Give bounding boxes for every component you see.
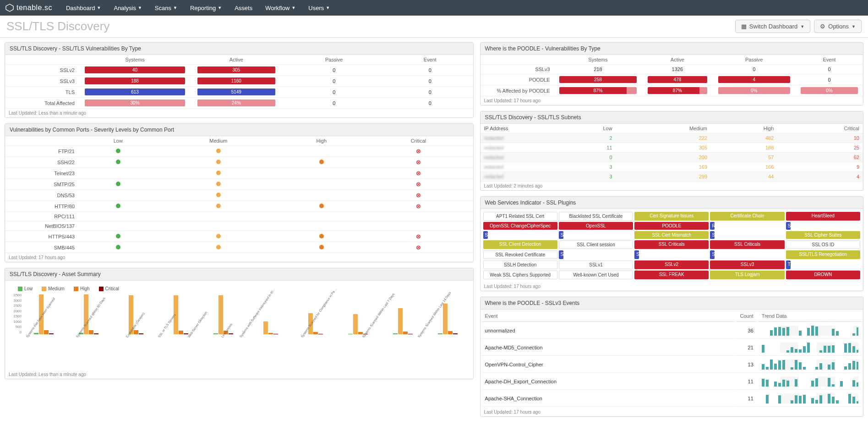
plugin-chip[interactable]: SSL Certificate Expiry: [710, 231, 715, 239]
severity-dot: [216, 182, 221, 186]
col-header: Medium: [616, 124, 711, 133]
plugin-chip[interactable]: SSL Criticals: [710, 240, 784, 249]
cell-value: 0: [387, 76, 473, 87]
trend-sparkline: [762, 360, 858, 370]
plugin-chip[interactable]: SSL Server Request: [559, 250, 563, 259]
bar-value[interactable]: 0%: [801, 87, 857, 94]
last-updated: Last Updated: 2 minutes ago: [480, 182, 863, 190]
switch-dashboard-button[interactable]: ▦ Switch Dashboard ▼: [735, 20, 810, 33]
plugin-chip[interactable]: SSL Traffic Detection: [710, 250, 715, 259]
plugin-chip[interactable]: SSL FREAK: [634, 271, 709, 279]
nav-assets[interactable]: Assets: [235, 5, 252, 11]
nav-reporting[interactable]: Reporting▼: [190, 5, 222, 11]
plugin-chip[interactable]: DROWN: [786, 271, 860, 279]
gear-icon: ⚙: [820, 23, 825, 30]
plugin-chip[interactable]: TLS: [786, 260, 791, 269]
bar-value[interactable]: 188: [85, 77, 186, 84]
event-name: Apache-MD5_Connection: [481, 340, 736, 356]
nav-dashboard[interactable]: Dashboard▼: [66, 5, 101, 11]
plugin-chip[interactable]: Well-known Cert Used: [559, 271, 633, 279]
plugin-chip[interactable]: OpenSSL ChangeCipherSpec: [483, 222, 557, 230]
bar-value[interactable]: 5149: [197, 89, 275, 95]
col-header: Trend Data: [758, 310, 862, 322]
cell-value: 0: [387, 98, 473, 109]
plugin-chip[interactable]: SSLH Detection: [483, 260, 557, 269]
col-header: Systems: [554, 55, 643, 65]
event-row[interactable]: OpenVPN-Control_Cipher13: [481, 357, 862, 373]
plugin-chip[interactable]: SSL Cert Info: [483, 231, 488, 239]
plugin-chip[interactable]: SSL Session Resume Supported: [634, 250, 639, 259]
plugin-chip[interactable]: SSLv1: [559, 260, 633, 269]
plugin-chip[interactable]: TLS Logjam: [710, 271, 784, 279]
cell-value: 0: [281, 65, 387, 76]
plugin-chip[interactable]: HeartBleed: [786, 212, 860, 221]
col-header: [5, 136, 78, 146]
legend-item: High: [74, 286, 90, 291]
bar-value[interactable]: 24%: [197, 100, 275, 106]
plugin-chip[interactable]: SSL CBC Chaining: [786, 222, 791, 230]
nav-links: Dashboard▼Analysis▼Scans▼Reporting▼Asset…: [66, 5, 330, 11]
bar-value[interactable]: 87%: [648, 87, 707, 94]
bar-value[interactable]: 1160: [197, 77, 275, 84]
bar-value[interactable]: 305: [197, 66, 275, 73]
plugin-chip[interactable]: POODLE: [634, 222, 709, 230]
nav-scans[interactable]: Scans▼: [155, 5, 177, 11]
options-button[interactable]: ⚙ Options ▼: [814, 20, 862, 33]
subnet-row[interactable]: redacted31691669: [480, 162, 863, 172]
event-row[interactable]: unnormalized36: [481, 323, 862, 339]
trend-sparkline: [762, 393, 858, 404]
plugin-chip[interactable]: RDP over SSL: [710, 222, 715, 230]
plugin-chip[interactable]: SSL Client session: [559, 240, 633, 249]
top-nav: tenable.sc Dashboard▼Analysis▼Scans▼Repo…: [0, 0, 868, 16]
plugin-chip[interactable]: Cert Signature Issues: [634, 212, 709, 221]
plugin-chip[interactable]: SSL Cert Mismatch: [634, 231, 709, 239]
event-row[interactable]: Apache-SHA_Connection11: [481, 391, 862, 407]
plugin-chip[interactable]: Blacklisted SSL Certificate: [559, 212, 633, 221]
cell-value: 0: [281, 98, 387, 109]
cell-value: 0: [281, 76, 387, 87]
bar-value[interactable]: 258: [559, 76, 637, 83]
critical-icon: ⊗: [416, 159, 421, 166]
bar-value[interactable]: 40: [85, 66, 186, 73]
bar-value[interactable]: 613: [85, 89, 186, 95]
last-updated: Last Updated: 17 hours ago: [5, 253, 473, 262]
plugin-chip[interactable]: SSL Cipher Suites: [786, 231, 860, 239]
col-header: Low: [554, 124, 616, 133]
plugin-chip[interactable]: SSLv3: [710, 260, 784, 269]
plugin-chip[interactable]: SSL Client Detection: [483, 240, 557, 249]
bar-value[interactable]: 87%: [559, 87, 637, 94]
nav-users[interactable]: Users▼: [308, 5, 330, 11]
subnet-row[interactable]: redacted02005762: [480, 153, 863, 162]
severity-dot: [116, 160, 120, 164]
event-row[interactable]: Apache-DH_Export_Connection11: [481, 374, 862, 390]
bar-value[interactable]: 478: [648, 76, 707, 83]
bar-value[interactable]: 30%: [85, 100, 186, 106]
plugin-chip[interactable]: SSL OS ID: [786, 240, 860, 249]
bar-value[interactable]: 4: [718, 76, 790, 83]
plugin-chip[interactable]: SSL Cert Info: [559, 231, 563, 239]
trend-sparkline: [762, 326, 858, 336]
severity-dot: [216, 204, 221, 208]
subnet-row[interactable]: redacted222248210: [480, 133, 863, 143]
plugin-chip[interactable]: OpenSSL: [559, 222, 633, 230]
nav-analysis[interactable]: Analysis▼: [114, 5, 142, 11]
plugin-chip[interactable]: APT1 Related SSL Cert: [483, 212, 557, 221]
subnet-row[interactable]: redacted3299444: [480, 172, 863, 182]
chevron-down-icon: ▼: [800, 24, 804, 29]
brand[interactable]: tenable.sc: [5, 4, 52, 12]
plugin-chip[interactable]: SSL Revoked Certificate: [483, 250, 557, 259]
event-count: 11: [736, 391, 757, 407]
critical-icon: ⊗: [416, 203, 421, 210]
plugin-chip[interactable]: SSL/TLS Renegotiation: [786, 250, 860, 259]
plugin-chip[interactable]: SSL Criticals: [634, 240, 709, 249]
nav-workflow[interactable]: Workflow▼: [265, 5, 295, 11]
plugin-chip[interactable]: Certificate Chain: [710, 212, 784, 221]
row-label: HTTP/80: [5, 201, 78, 212]
subnet-row[interactable]: redacted1130518825: [480, 143, 863, 153]
plugin-chip[interactable]: SSLv2: [634, 260, 709, 269]
plugin-chip[interactable]: Weak SSL Ciphers Supported: [483, 271, 557, 279]
event-row[interactable]: Apache-MD5_Connection21: [481, 340, 862, 356]
event-count: 11: [736, 374, 757, 390]
bar-value[interactable]: 0%: [718, 87, 790, 94]
row-label: SMTP/25: [5, 179, 78, 190]
